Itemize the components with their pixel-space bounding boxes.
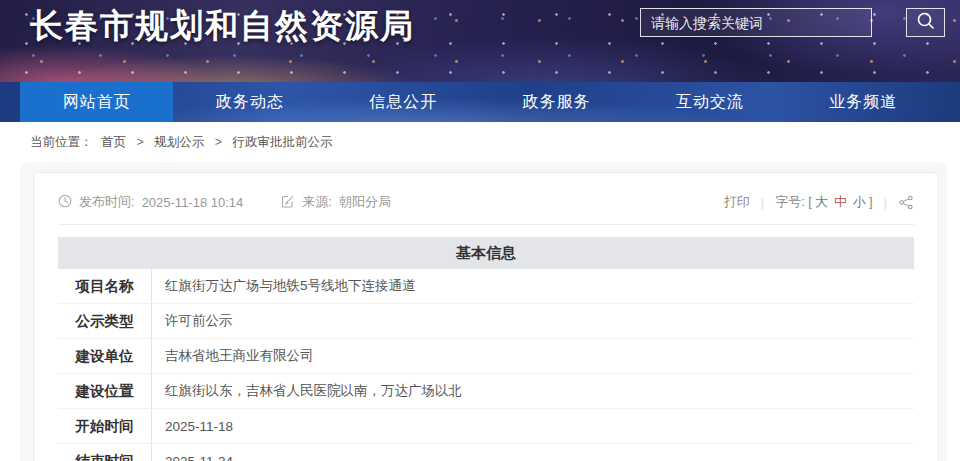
article-meta-bar: 发布时间: 2025-11-18 10:14 来源: 朝阳分局 打印 | 字号:… bbox=[58, 193, 914, 225]
row-value: 红旗街万达广场与地铁5号线地下连接通道 bbox=[152, 269, 914, 303]
row-value: 红旗街以东，吉林省人民医院以南，万达广场以北 bbox=[152, 374, 914, 408]
nav-item-news[interactable]: 政务动态 bbox=[173, 82, 326, 122]
row-value: 2025-11-18 bbox=[152, 409, 914, 443]
breadcrumb-current-page: 行政审批批前公示 bbox=[233, 135, 333, 149]
nav-item-services[interactable]: 政务服务 bbox=[480, 82, 633, 122]
table-title: 基本信息 bbox=[58, 237, 914, 269]
source-label: 来源: bbox=[302, 193, 332, 211]
row-value: 吉林省地王商业有限公司 bbox=[152, 339, 914, 373]
basic-info-table: 基本信息 项目名称 红旗街万达广场与地铁5号线地下连接通道 公示类型 许可前公示… bbox=[58, 237, 914, 461]
breadcrumb: 当前位置： 首页 > 规划公示 > 行政审批批前公示 bbox=[0, 122, 960, 162]
row-label: 结束时间 bbox=[58, 444, 152, 461]
table-row: 公示类型 许可前公示 bbox=[58, 304, 914, 339]
source-icon bbox=[281, 194, 295, 211]
table-row: 建设位置 红旗街以东，吉林省人民医院以南，万达广场以北 bbox=[58, 374, 914, 409]
content-panel: 发布时间: 2025-11-18 10:14 来源: 朝阳分局 打印 | 字号:… bbox=[20, 162, 947, 461]
print-button[interactable]: 打印 bbox=[724, 193, 750, 211]
table-row: 结束时间 2025-11-24 bbox=[58, 444, 914, 461]
main-nav: 网站首页 政务动态 信息公开 政务服务 互动交流 业务频道 bbox=[0, 82, 960, 122]
search-area bbox=[640, 8, 945, 37]
font-size-close-bracket: ] bbox=[869, 194, 873, 209]
row-value: 许可前公示 bbox=[152, 304, 914, 338]
nav-item-business[interactable]: 业务频道 bbox=[787, 82, 940, 122]
breadcrumb-separator: > bbox=[215, 135, 222, 149]
nav-item-info-disclosure[interactable]: 信息公开 bbox=[327, 82, 480, 122]
article-box: 发布时间: 2025-11-18 10:14 来源: 朝阳分局 打印 | 字号:… bbox=[33, 172, 939, 461]
publish-time-label: 发布时间: bbox=[79, 193, 135, 211]
font-size-large-button[interactable]: 大 bbox=[815, 194, 828, 209]
site-header: 长春市规划和自然资源局 bbox=[0, 0, 960, 82]
table-row: 建设单位 吉林省地王商业有限公司 bbox=[58, 339, 914, 374]
article-tools: 打印 | 字号: [大中小] | bbox=[724, 193, 914, 211]
row-label: 公示类型 bbox=[58, 304, 152, 338]
font-size-medium-button[interactable]: 中 bbox=[834, 194, 847, 209]
font-size-control: 字号: [大中小] bbox=[775, 193, 872, 211]
font-size-small-button[interactable]: 小 bbox=[853, 194, 866, 209]
source-value: 朝阳分局 bbox=[339, 193, 391, 211]
row-label: 开始时间 bbox=[58, 409, 152, 443]
article-meta-left: 发布时间: 2025-11-18 10:14 来源: 朝阳分局 bbox=[58, 193, 391, 211]
row-label: 建设单位 bbox=[58, 339, 152, 373]
row-value: 2025-11-24 bbox=[152, 444, 914, 461]
row-label: 建设位置 bbox=[58, 374, 152, 408]
share-icon[interactable] bbox=[898, 195, 914, 210]
table-row: 项目名称 红旗街万达广场与地铁5号线地下连接通道 bbox=[58, 269, 914, 304]
breadcrumb-planning-publicity[interactable]: 规划公示 bbox=[154, 135, 204, 149]
publish-time-value: 2025-11-18 10:14 bbox=[142, 195, 244, 210]
font-size-label: 字号: [ bbox=[775, 194, 812, 209]
table-row: 开始时间 2025-11-18 bbox=[58, 409, 914, 444]
nav-item-home[interactable]: 网站首页 bbox=[20, 82, 173, 122]
nav-item-interaction[interactable]: 互动交流 bbox=[633, 82, 786, 122]
breadcrumb-separator: > bbox=[136, 135, 143, 149]
row-label: 项目名称 bbox=[58, 269, 152, 303]
search-button[interactable] bbox=[906, 8, 945, 37]
site-title: 长春市规划和自然资源局 bbox=[30, 5, 415, 47]
search-input[interactable] bbox=[640, 8, 872, 37]
tools-divider: | bbox=[884, 195, 887, 210]
search-icon bbox=[916, 11, 936, 35]
tools-divider: | bbox=[761, 195, 764, 210]
breadcrumb-home[interactable]: 首页 bbox=[101, 135, 126, 149]
clock-icon bbox=[58, 194, 72, 211]
breadcrumb-label: 当前位置： bbox=[30, 135, 93, 149]
